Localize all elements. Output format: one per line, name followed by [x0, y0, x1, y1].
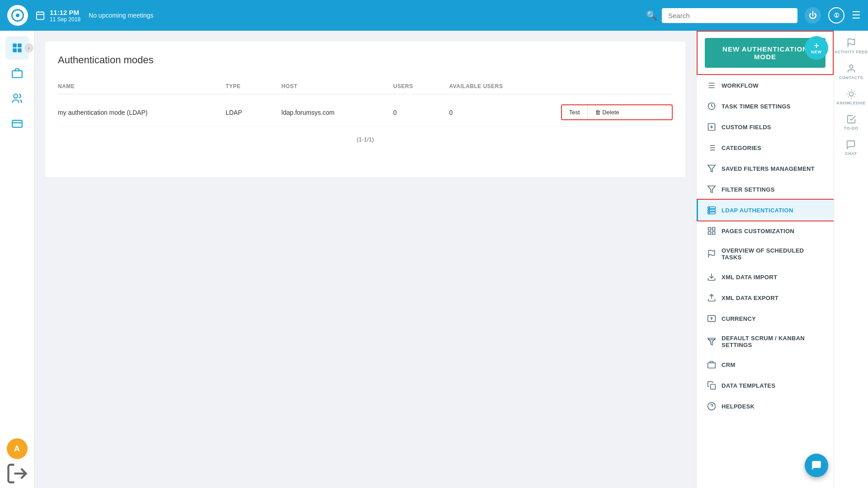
search-input[interactable] [662, 8, 797, 23]
svg-rect-6 [13, 48, 17, 52]
svg-point-29 [709, 210, 710, 211]
power-button[interactable]: ⏻ [805, 7, 821, 23]
knowledge-icon [846, 89, 856, 99]
chat-bubble-btn[interactable] [805, 454, 828, 477]
svg-rect-34 [712, 232, 715, 235]
ldap-auth-icon [707, 206, 716, 215]
svg-point-30 [709, 212, 710, 213]
scrum-label: DEFAULT SCRUM / KANBAN SETTINGS [722, 335, 825, 348]
knowledge-btn[interactable]: KNOWLEDGE [837, 89, 866, 105]
dashboard-icon [11, 42, 23, 54]
svg-rect-31 [708, 228, 711, 230]
row-users: 0 [393, 109, 449, 116]
action-group: Test 🗑 Delete [561, 104, 673, 120]
menu-item-task-timer[interactable]: TASK TIMER SETTINGS [697, 96, 834, 117]
menu-item-categories[interactable]: CATEGORIES [697, 137, 834, 158]
pages-icon [707, 226, 716, 235]
datetime: 11:12 PM 11 Sep 2018 [50, 9, 80, 23]
new-label: NEW [811, 50, 822, 54]
activity-feed-btn[interactable]: ACTIVITY FEED [835, 38, 868, 55]
chat-btn[interactable]: CHAT [845, 140, 857, 156]
menu-item-crm[interactable]: CRM [697, 354, 834, 375]
menu-item-filter-settings[interactable]: FILTER SETTINGS [697, 179, 834, 200]
test-button[interactable]: Test [562, 105, 588, 119]
menu-item-scheduled-tasks[interactable]: OVERVIEW OF SCHEDULED TASKS [697, 241, 834, 267]
scheduled-label: OVERVIEW OF SCHEDULED TASKS [722, 247, 825, 261]
logout-button[interactable] [5, 465, 29, 483]
svg-rect-42 [711, 385, 716, 389]
menu-button[interactable]: ☰ [852, 9, 861, 21]
new-floating-btn[interactable]: + NEW [805, 36, 828, 60]
data-templates-icon [707, 381, 716, 390]
search-icon[interactable]: 🔍 [646, 10, 657, 21]
col-actions [561, 83, 673, 89]
menu-item-helpdesk[interactable]: HELPDESK [697, 396, 834, 417]
logo-dot [16, 14, 19, 17]
menu-item-saved-filters[interactable]: SAVED FILTERS MANAGEMENT [697, 158, 834, 179]
svg-point-28 [709, 207, 710, 208]
briefcase-icon [11, 67, 23, 79]
user-avatar[interactable]: A [7, 438, 28, 459]
contacts-btn[interactable]: CONTACTS [839, 64, 863, 80]
sidebar-item-dashboard[interactable]: › [5, 36, 29, 60]
svg-point-9 [14, 94, 18, 98]
svg-rect-5 [18, 43, 22, 47]
menu-item-workflow[interactable]: WORKFLOW [697, 75, 834, 96]
col-available: AVAILABLE USERS [449, 83, 561, 89]
menu-item-custom-fields[interactable]: CUSTOM FIELDS [697, 117, 834, 137]
menu-item-ldap-auth[interactable]: LDAP AUTHENTICATION [697, 200, 834, 221]
svg-rect-0 [37, 12, 44, 19]
menu-item-xml-import[interactable]: XML DATA IMPORT [697, 267, 834, 287]
chat-label: CHAT [845, 151, 857, 156]
menu-item-xml-export[interactable]: XML DATA EXPORT [697, 287, 834, 308]
chat-bubble-icon [811, 460, 822, 471]
todo-btn[interactable]: TO-DO [844, 114, 858, 131]
xml-export-icon [707, 293, 716, 302]
sidebar-item-briefcase[interactable] [5, 61, 29, 85]
ldap-auth-label: LDAP AUTHENTICATION [722, 207, 793, 214]
profile-button[interactable]: ① [828, 7, 844, 23]
sidebar-item-card[interactable] [5, 112, 29, 136]
svg-rect-33 [708, 232, 711, 235]
col-type: TYPE [226, 83, 282, 89]
pagination: (1-1/1) [58, 136, 673, 143]
row-type: LDAP [226, 109, 282, 116]
trash-icon: 🗑 [595, 109, 601, 116]
row-actions: Test 🗑 Delete [561, 104, 673, 120]
xml-import-label: XML DATA IMPORT [722, 274, 777, 281]
topbar: 11:12 PM 11 Sep 2018 No upcoming meeting… [0, 0, 868, 31]
activity-feed-icon [846, 38, 856, 48]
svg-rect-41 [708, 363, 716, 368]
helpdesk-icon [707, 402, 716, 411]
sidebar-item-users[interactable] [5, 87, 29, 110]
delete-label: Delete [602, 109, 619, 116]
left-sidebar: › A [0, 31, 34, 488]
xml-export-label: XML DATA EXPORT [722, 295, 778, 301]
col-users: USERS [393, 83, 449, 89]
contacts-label: CONTACTS [839, 75, 863, 80]
task-timer-label: TASK TIMER SETTINGS [722, 103, 791, 110]
svg-point-47 [849, 92, 853, 96]
svg-line-51 [854, 97, 854, 97]
menu-item-pages-customization[interactable]: PAGES CUSTOMIZATION [697, 221, 834, 241]
activity-feed-label: ACTIVITY FEED [835, 50, 868, 55]
pages-label: PAGES CUSTOMIZATION [722, 228, 794, 235]
menu-item-data-templates[interactable]: DATA TEMPLATES [697, 375, 834, 396]
menu-item-currency[interactable]: CURRENCY [697, 308, 834, 329]
svg-rect-10 [12, 120, 22, 127]
delete-button[interactable]: 🗑 Delete [588, 105, 627, 119]
svg-line-54 [848, 97, 848, 97]
content-card: Authentication modes NAME TYPE HOST USER… [45, 42, 685, 177]
row-host: ldap.forumsys.com [282, 109, 393, 116]
row-available: 0 [449, 109, 561, 116]
helpdesk-label: HELPDESK [722, 403, 755, 410]
table-row: my authentication mode (LDAP) LDAP ldap.… [58, 98, 673, 127]
app-logo[interactable] [7, 5, 28, 26]
svg-marker-39 [708, 338, 716, 345]
filter-settings-icon [707, 185, 716, 194]
menu-item-scrum-kanban[interactable]: DEFAULT SCRUM / KANBAN SETTINGS [697, 329, 834, 354]
sidebar-expand-btn[interactable]: › [24, 43, 33, 52]
table-header: NAME TYPE HOST USERS AVAILABLE USERS [58, 79, 673, 94]
workflow-label: WORKFLOW [722, 82, 759, 89]
topbar-actions: ⏻ ① ☰ [805, 7, 861, 23]
